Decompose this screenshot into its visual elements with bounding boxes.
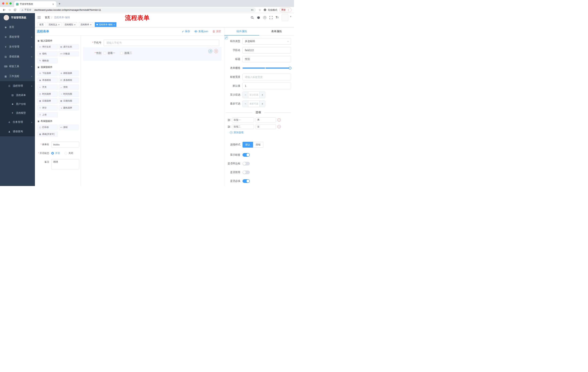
palette-item-upload[interactable]: ⇧上传 bbox=[37, 112, 58, 117]
window-minimize-button[interactable] bbox=[6, 2, 8, 5]
sidebar-item-payment[interactable]: ¥ 支付管理 ∨ bbox=[0, 42, 35, 52]
minus-button[interactable]: − bbox=[243, 92, 248, 98]
tag-process-definition[interactable]: 流程定义 × bbox=[47, 22, 61, 27]
palette-item-color-picker[interactable]: ◑颜色选择 bbox=[59, 105, 79, 110]
border-toggle[interactable] bbox=[242, 162, 250, 165]
default-value-input[interactable] bbox=[242, 83, 291, 89]
sidebar-collapse-icon[interactable] bbox=[37, 16, 41, 19]
grid-slider[interactable] bbox=[242, 65, 291, 71]
option-label-input[interactable] bbox=[232, 124, 254, 129]
drag-handle-icon[interactable] bbox=[228, 119, 230, 121]
palette-item-password[interactable]: ⊠密码 bbox=[37, 51, 58, 56]
browser-tab[interactable]: 芋道管理系统 × bbox=[14, 1, 56, 7]
form-remark-textarea[interactable]: 嘿嘿 bbox=[51, 159, 79, 169]
avatar[interactable] bbox=[282, 14, 288, 21]
remove-option-icon[interactable]: − bbox=[277, 125, 281, 128]
sidebar-item-user-group[interactable]: ☻ 用户分组 bbox=[0, 100, 35, 108]
form-name-input[interactable] bbox=[51, 142, 79, 148]
palette-item-counter[interactable]: 123计数器 bbox=[59, 51, 79, 56]
disabled-toggle[interactable] bbox=[242, 170, 250, 174]
palette-item-slider[interactable]: ↔滑块 bbox=[59, 85, 79, 90]
palette-item-date-picker[interactable]: ▦日期选择 bbox=[37, 98, 58, 104]
min-select-input[interactable] bbox=[248, 92, 259, 98]
title-input[interactable] bbox=[242, 56, 291, 63]
checkbox-icon[interactable] bbox=[104, 52, 106, 54]
tab-close-icon[interactable]: × bbox=[52, 3, 55, 6]
status-on-radio[interactable]: 开启 bbox=[51, 152, 60, 155]
update-button[interactable]: 更新 ⋮ bbox=[279, 8, 292, 12]
security-chip[interactable]: ⚠ 不安全 bbox=[21, 8, 31, 11]
show-label-toggle[interactable] bbox=[242, 153, 250, 157]
fullscreen-icon[interactable] bbox=[269, 16, 273, 19]
palette-item-time-range[interactable]: ◔时间范围 bbox=[59, 91, 79, 97]
phone-field-row[interactable]: 手机号 bbox=[83, 40, 221, 46]
palette-item-radio-group[interactable]: ◉单选框组 bbox=[37, 77, 58, 83]
slider-track[interactable] bbox=[242, 67, 291, 69]
reload-icon[interactable] bbox=[12, 8, 18, 12]
palette-item-rate[interactable]: ☆评分 bbox=[37, 105, 58, 110]
forward-icon[interactable] bbox=[7, 8, 12, 12]
copy-field-button[interactable] bbox=[208, 49, 212, 53]
tag-process-form[interactable]: 流程表单 × bbox=[79, 22, 93, 27]
add-option-button[interactable]: + 添加选项 bbox=[225, 131, 291, 134]
palette-item-switch[interactable]: ◐开关 bbox=[37, 85, 58, 90]
palette-item-cascader[interactable]: ⋔级联选择 bbox=[59, 71, 79, 76]
max-select-input[interactable] bbox=[248, 101, 259, 107]
link-icon[interactable] bbox=[224, 36, 228, 40]
caret-down-icon[interactable]: ∨ bbox=[290, 15, 292, 18]
gender-field-item[interactable]: 性别 选项一 选项二 bbox=[83, 47, 221, 61]
close-icon[interactable]: × bbox=[114, 23, 115, 26]
sidebar-item-devtools[interactable]: ⌨ 研发工具 ∨ bbox=[0, 62, 35, 71]
tag-home[interactable]: 首页 bbox=[38, 22, 45, 27]
palette-item-checkbox-group[interactable]: ☑多选框组 bbox=[59, 77, 79, 83]
remove-option-icon[interactable]: − bbox=[277, 118, 281, 122]
option-value-input[interactable] bbox=[256, 124, 276, 129]
tag-process-model[interactable]: 流程模型 × bbox=[63, 22, 77, 27]
sidebar-item-process-management[interactable]: ☰ 流程管理 ∧ bbox=[0, 81, 35, 91]
palette-item-date-range[interactable]: ▦日期范围 bbox=[59, 98, 79, 104]
sidebar-item-process-model[interactable]: ✈ 流程模型 bbox=[0, 108, 35, 117]
component-type-select[interactable]: 多选框组 ∨ bbox=[242, 38, 291, 45]
clear-button[interactable]: 清空 bbox=[212, 30, 221, 33]
style-button-button[interactable]: 按钮 bbox=[253, 142, 263, 148]
palette-item-button[interactable]: ▭按钮 bbox=[59, 125, 79, 130]
close-icon[interactable]: × bbox=[90, 23, 92, 26]
sidebar-item-system[interactable]: ⚙ 系统管理 ∨ bbox=[0, 32, 35, 42]
close-icon[interactable]: × bbox=[74, 23, 76, 26]
sidebar-item-process-form[interactable]: ▤ 流程表单 bbox=[0, 91, 35, 100]
status-off-radio[interactable]: 关闭 bbox=[64, 152, 73, 155]
gender-option-1[interactable]: 选项一 bbox=[104, 52, 115, 55]
palette-item-single-text[interactable]: ▭单行文本 bbox=[37, 44, 58, 50]
sidebar-item-home[interactable]: ◉ 首页 bbox=[0, 22, 35, 32]
minus-button[interactable]: − bbox=[243, 101, 248, 107]
required-toggle[interactable] bbox=[242, 179, 250, 183]
password-key-icon[interactable] bbox=[251, 9, 254, 11]
back-icon[interactable] bbox=[1, 8, 7, 12]
search-icon[interactable] bbox=[251, 16, 254, 19]
sidebar-item-task-management[interactable]: ⋔ 任务管理 ∨ bbox=[0, 117, 35, 127]
plus-button[interactable]: + bbox=[259, 92, 265, 98]
style-default-button[interactable]: 默认 bbox=[242, 142, 253, 148]
font-size-icon[interactable]: TT bbox=[276, 16, 279, 19]
github-icon[interactable] bbox=[257, 16, 260, 19]
close-icon[interactable]: × bbox=[58, 23, 60, 26]
window-close-button[interactable] bbox=[2, 2, 4, 5]
bookmark-star-icon[interactable]: ☆ bbox=[259, 8, 261, 12]
form-canvas[interactable]: 手机号 性别 选项一 bbox=[81, 35, 224, 186]
sidebar-logo-row[interactable]: 芋道管理系统 bbox=[0, 13, 35, 22]
help-icon[interactable]: ? bbox=[263, 16, 266, 19]
drag-handle-icon[interactable] bbox=[228, 126, 230, 128]
sidebar-item-workflow[interactable]: ▦ 工作流程 ∧ bbox=[0, 71, 35, 81]
palette-item-multi-text[interactable]: ▤多行文本 bbox=[59, 44, 79, 50]
palette-item-editor[interactable]: ✎编辑器 bbox=[37, 58, 58, 63]
plus-button[interactable]: + bbox=[259, 101, 265, 107]
gender-option-2[interactable]: 选项二 bbox=[120, 52, 132, 55]
new-tab-button[interactable]: + bbox=[59, 2, 61, 6]
tab-form-props[interactable]: 表单属性 bbox=[259, 28, 294, 35]
breadcrumb-home[interactable]: 首页 bbox=[45, 16, 50, 19]
address-bar[interactable]: ⚠ 不安全 dashboard.yudao.iocoder.cn/bpm/man… bbox=[19, 8, 256, 12]
view-json-button[interactable]: 查看json bbox=[194, 30, 208, 33]
option-label-input[interactable] bbox=[232, 117, 254, 122]
tab-component-props[interactable]: 组件属性 bbox=[224, 28, 259, 35]
palette-item-select[interactable]: ⊙下拉选择 bbox=[37, 71, 58, 76]
